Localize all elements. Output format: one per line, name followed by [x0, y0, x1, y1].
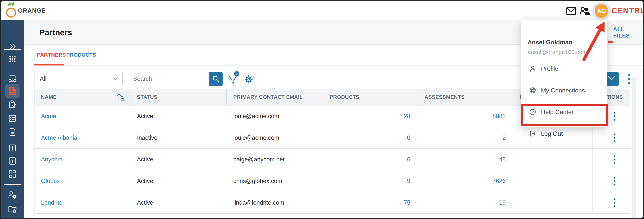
partner-name-link[interactable]: Acme Albania — [34, 127, 130, 148]
column-header-status[interactable]: STATUS — [130, 89, 227, 105]
gear-icon[interactable] — [244, 74, 254, 84]
logout-icon — [529, 130, 536, 137]
user-avatar[interactable]: AG — [594, 4, 608, 18]
menu-item-profile[interactable]: Profile — [522, 62, 608, 75]
partner-email: louie@acme.com — [227, 127, 323, 148]
clipboard-check-icon[interactable] — [5, 97, 20, 112]
assessments-count-link[interactable]: 2 — [418, 127, 513, 148]
sort-ascending-icon[interactable] — [117, 93, 125, 102]
sidebar-item-partners-active[interactable] — [5, 84, 20, 98]
connections-people-icon[interactable] — [579, 7, 590, 15]
partner-status: Active — [130, 192, 227, 213]
page-title: Partners — [40, 20, 72, 45]
filter-count-badge: 0 — [234, 71, 239, 76]
tab-products[interactable]: PRODUCTS — [66, 49, 96, 61]
menu-item-log-out[interactable]: Log Out — [522, 127, 608, 140]
top-bar — [1, 1, 643, 20]
menu-item-my-connections[interactable]: My Connections — [522, 84, 608, 97]
app-screen: ORANGE AG CENTRL — [1, 1, 643, 218]
column-header-name[interactable]: NAME — [34, 89, 130, 105]
document-icon[interactable] — [5, 125, 20, 139]
alert-box-icon[interactable] — [5, 141, 20, 155]
partial-table-row — [34, 214, 630, 218]
filter-select[interactable]: All — [34, 72, 123, 86]
profile-icon — [529, 65, 536, 72]
filter-select-value: All — [40, 75, 46, 82]
row-kebab-icon[interactable] — [592, 170, 630, 192]
products-count-link[interactable]: 28 — [323, 105, 418, 127]
table-row: Globex Active chris@globex.com 9 7626 — [34, 170, 630, 192]
inbox-icon[interactable] — [5, 72, 20, 86]
partner-name-link[interactable]: Anycom — [34, 149, 130, 170]
chevron-down-icon — [608, 76, 615, 81]
apps-grid-icon[interactable] — [5, 52, 20, 66]
table-row: Anycom Active paige@anycom.net 6 48 — [34, 149, 630, 170]
menu-item-label: My Connections — [541, 87, 585, 94]
search-icon — [212, 75, 220, 83]
partner-status: Active — [130, 105, 227, 127]
vertical-scrollbar[interactable] — [632, 77, 636, 218]
menu-item-label: Profile — [541, 65, 558, 72]
partner-status: Active — [130, 149, 227, 170]
menu-item-label: Log Out — [541, 130, 563, 137]
search-button[interactable] — [209, 72, 222, 86]
bar-chart-icon[interactable] — [5, 154, 20, 168]
partner-email: paige@anycom.net — [227, 149, 323, 170]
partner-status: Inactive — [130, 127, 227, 148]
column-header-products[interactable]: PRODUCTS — [323, 89, 418, 105]
column-header-assessments[interactable]: ASSESSMENTS — [418, 89, 513, 105]
partner-name-link[interactable]: Acme — [34, 105, 130, 127]
invitations-cell — [513, 170, 592, 192]
products-count-link[interactable]: 0 — [323, 127, 418, 148]
tab-all-files[interactable]: ALL FILES — [613, 29, 643, 36]
search-input-wrap — [126, 72, 209, 86]
partner-name-link[interactable]: Lendrite — [34, 192, 130, 213]
assessments-count-link[interactable]: 19 — [418, 192, 513, 213]
sidebar-nav — [1, 20, 24, 218]
invitations-cell — [513, 149, 592, 170]
table-row: Lendrite Active linda@lendrite.com 75 19 — [34, 192, 630, 214]
centrl-brand: CENTRL — [612, 1, 644, 20]
assessments-count-link[interactable]: 8082 — [418, 105, 513, 127]
logo-wordmark: ORANGE — [18, 1, 46, 20]
assessments-count-link[interactable]: 48 — [418, 149, 513, 170]
chevron-down-icon — [113, 77, 118, 80]
globe-icon — [529, 87, 536, 94]
assessments-count-link[interactable]: 7626 — [418, 170, 513, 192]
user-menu-name: Ansel Goldman — [528, 39, 572, 46]
partner-name-link[interactable]: Globex — [34, 170, 130, 192]
products-count-link[interactable]: 9 — [323, 170, 418, 192]
row-kebab-icon[interactable] — [592, 149, 630, 170]
sidebar-divider — [4, 184, 21, 185]
sidebar-divider — [4, 49, 21, 50]
column-header-email[interactable]: PRIMARY CONTACT EMAIL — [227, 89, 323, 105]
list-icon[interactable] — [5, 111, 20, 125]
dashboard-icon[interactable] — [5, 167, 20, 181]
products-count-link[interactable]: 6 — [323, 149, 418, 170]
tab-partners[interactable]: PARTNERS — [37, 49, 66, 61]
screenshot-frame: ORANGE AG CENTRL — [0, 0, 644, 219]
mail-icon[interactable] — [566, 7, 576, 15]
annotation-highlight-box — [521, 104, 608, 126]
invitations-cell — [513, 192, 592, 213]
expand-icon[interactable] — [5, 39, 20, 54]
hidden-tab-underline — [608, 41, 613, 43]
user-settings-icon[interactable] — [5, 188, 20, 202]
partner-email: linda@lendrite.com — [227, 192, 323, 213]
toolbar-kebab-icon[interactable] — [626, 73, 632, 85]
user-menu-email: ansel@orange100.com — [528, 49, 587, 55]
partner-email: chris@globex.com — [227, 170, 323, 192]
search-input[interactable] — [133, 75, 202, 82]
products-count-link[interactable]: 75 — [323, 192, 418, 213]
partner-status: Active — [130, 170, 227, 192]
partner-email: louie@acme.com — [227, 105, 323, 127]
orange-logo-icon — [6, 8, 16, 18]
settings-panel-icon[interactable] — [5, 215, 20, 219]
folder-settings-icon[interactable] — [5, 202, 20, 216]
row-kebab-icon[interactable] — [592, 192, 630, 213]
